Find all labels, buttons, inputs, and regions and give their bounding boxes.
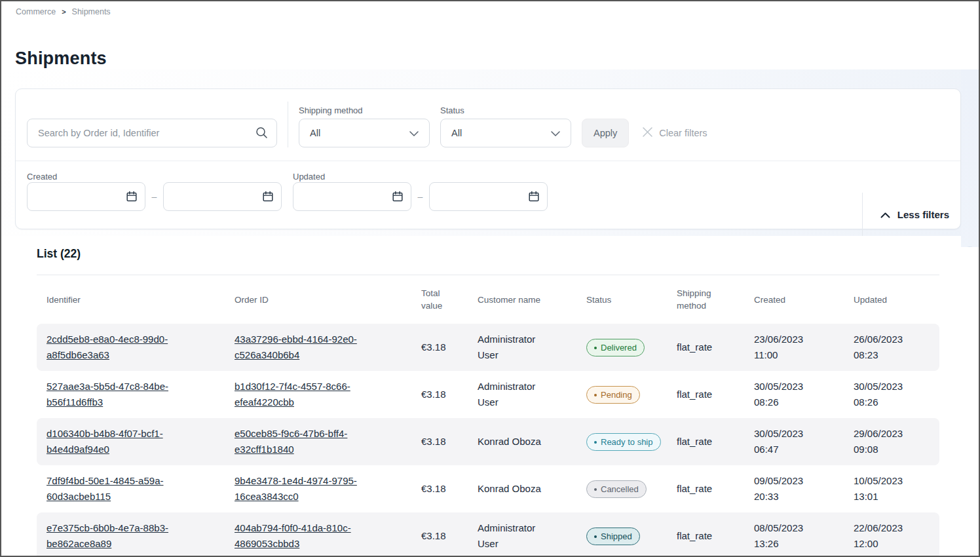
date-range-separator: – [145, 191, 163, 211]
created-datetime: 08/05/2023 13:26 [754, 520, 820, 552]
customer-name: Administrator User [478, 520, 551, 552]
order-id-link-cell: b1d30f12-7f4c-4557-8c66-efeaf4220cbb [235, 379, 382, 410]
updated-from-wrap [293, 182, 411, 211]
order-id-link-cell: e50ceb85-f9c6-47b6-bff4-e32cff1b1840 [235, 426, 382, 457]
total-value: €3.18 [421, 434, 478, 450]
chevron-down-icon [551, 128, 560, 138]
column-header-total-value: Total value [421, 287, 453, 312]
filter-divider [862, 193, 863, 236]
customer-name: Konrad Oboza [478, 481, 551, 497]
created-range: Created – [27, 170, 282, 211]
order-id-link[interactable]: 9b4e3478-1e4d-4974-9795-16cea3843cc0 [235, 475, 357, 502]
calendar-icon [262, 191, 274, 205]
status-dot-icon [594, 347, 597, 349]
shipping-method: flat_rate [677, 387, 754, 402]
column-header-created: Created [754, 294, 854, 306]
total-value: €3.18 [421, 339, 478, 355]
filters-row-main: Shipping method All Status All [16, 89, 960, 161]
column-header-updated: Updated [854, 294, 930, 306]
updated-datetime: 30/05/2023 08:26 [854, 379, 919, 410]
status-value: All [451, 128, 462, 138]
status-select[interactable]: All [440, 119, 571, 147]
shipping-method: flat_rate [677, 434, 754, 450]
shipping-method-select[interactable]: All [299, 119, 430, 147]
column-header-shipping-method: Shipping method [677, 287, 729, 312]
order-id-link[interactable]: e50ceb85-f9c6-47b6-bff4-e32cff1b1840 [235, 428, 347, 455]
order-id-link-cell: 404ab794-f0f0-41da-810c-4869053cbbd3 [235, 520, 382, 552]
status-badge: Shipped [586, 528, 640, 545]
customer-name: Konrad Oboza [478, 434, 551, 450]
identifier-link[interactable]: 527aae3a-5b5d-47c8-84be-b56f11d6ffb3 [47, 381, 168, 408]
apply-button[interactable]: Apply [582, 119, 629, 147]
updated-range-label: Updated [293, 172, 325, 182]
status-badge-label: Shipped [601, 531, 632, 542]
column-header-customer-name: Customer name [478, 294, 586, 306]
identifier-link-cell: d106340b-b4b8-4f07-bcf1-b4e4d9af94e0 [47, 426, 194, 457]
identifier-link[interactable]: 2cdd5eb8-e8a0-4ec8-99d0-a8f5db6e3a63 [47, 334, 168, 360]
shipping-method-label: Shipping method [299, 106, 430, 118]
filters-row-dates: Created – [16, 161, 960, 229]
breadcrumb-separator: > [62, 8, 66, 16]
chevron-down-icon [409, 128, 419, 138]
created-datetime: 23/06/2023 11:00 [754, 332, 820, 363]
created-to-wrap [163, 182, 282, 211]
status-dot-icon [594, 488, 597, 491]
shipping-method: flat_rate [677, 481, 754, 497]
status-dot-icon [594, 394, 597, 396]
search-icon [255, 126, 268, 142]
table-body: 2cdd5eb8-e8a0-4ec8-99d0-a8f5db6e3a6343a3… [1, 324, 979, 557]
order-id-link[interactable]: b1d30f12-7f4c-4557-8c66-efeaf4220cbb [235, 381, 350, 408]
status-dot-icon [594, 535, 597, 538]
total-value: €3.18 [421, 481, 478, 497]
total-value: €3.18 [421, 528, 478, 544]
clear-filters-label: Clear filters [659, 128, 707, 138]
status-cell: Pending [586, 385, 677, 404]
status-cell: Ready to ship [586, 432, 677, 451]
order-id-link-cell: 43a37296-ebbd-4164-92e0-c526a340b6b4 [235, 332, 382, 363]
identifier-link-cell: 527aae3a-5b5d-47c8-84be-b56f11d6ffb3 [47, 379, 194, 410]
identifier-link-cell: 2cdd5eb8-e8a0-4ec8-99d0-a8f5db6e3a63 [47, 332, 194, 363]
less-filters-button[interactable]: Less filters [880, 209, 949, 220]
updated-to-wrap [429, 182, 548, 211]
shipping-method: flat_rate [677, 528, 754, 544]
table-row: 2cdd5eb8-e8a0-4ec8-99d0-a8f5db6e3a6343a3… [37, 324, 939, 371]
shipping-method-value: All [310, 128, 320, 138]
identifier-link[interactable]: 7df9f4bd-50e1-4845-a59a-60d3acbeb115 [47, 475, 163, 502]
calendar-icon [528, 191, 540, 205]
search-field-wrap [27, 119, 277, 147]
list-title: List (22) [37, 247, 979, 261]
column-header-status: Status [586, 294, 677, 306]
status-cell: Delivered [586, 338, 677, 357]
identifier-link[interactable]: e7e375cb-6b0b-4e7a-88b3-be862ace8a89 [47, 522, 168, 549]
shipping-method-filter: Shipping method All [299, 106, 430, 147]
status-badge: Cancelled [586, 480, 647, 498]
status-badge: Delivered [586, 339, 645, 356]
table-row: 7df9f4bd-50e1-4845-a59a-60d3acbeb1159b4e… [37, 465, 939, 512]
created-datetime: 30/05/2023 08:26 [754, 379, 820, 410]
status-badge-label: Cancelled [601, 484, 639, 495]
created-from-wrap [27, 182, 145, 211]
calendar-icon [126, 191, 138, 205]
table-header: Identifier Order ID Total value Customer… [37, 275, 939, 324]
updated-datetime: 22/06/2023 12:00 [854, 520, 919, 552]
filters-toggle-area: Less filters [862, 193, 949, 236]
updated-range: Updated – [293, 170, 548, 211]
status-badge: Ready to ship [586, 433, 661, 451]
breadcrumb-item-commerce[interactable]: Commerce [16, 7, 56, 16]
breadcrumb-item-shipments: Shipments [72, 7, 111, 16]
identifier-link[interactable]: d106340b-b4b8-4f07-bcf1-b4e4d9af94e0 [47, 428, 163, 455]
less-filters-label: Less filters [897, 209, 949, 220]
status-label: Status [440, 106, 571, 118]
status-badge-label: Ready to ship [601, 436, 653, 448]
created-datetime: 30/05/2023 06:47 [754, 426, 820, 457]
status-badge: Pending [586, 386, 640, 404]
search-input[interactable] [27, 119, 277, 147]
order-id-link[interactable]: 404ab794-f0f0-41da-810c-4869053cbbd3 [235, 522, 351, 549]
table-row: d106340b-b4b8-4f07-bcf1-b4e4d9af94e0e50c… [37, 418, 939, 465]
order-id-link-cell: 9b4e3478-1e4d-4974-9795-16cea3843cc0 [235, 473, 382, 505]
status-filter: Status All [440, 106, 571, 147]
table-row: e7e375cb-6b0b-4e7a-88b3-be862ace8a89404a… [37, 512, 939, 557]
order-id-link[interactable]: 43a37296-ebbd-4164-92e0-c526a340b6b4 [235, 334, 357, 360]
clear-filters-button[interactable]: Clear filters [642, 119, 707, 147]
status-cell: Shipped [586, 527, 677, 546]
